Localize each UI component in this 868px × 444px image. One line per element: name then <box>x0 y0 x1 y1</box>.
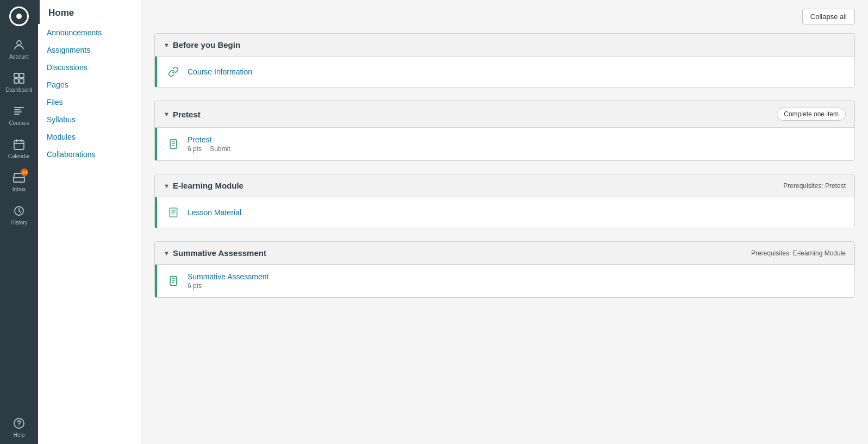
logo-circle <box>9 7 29 26</box>
module-title-area: ▼ Before you Begin <box>164 40 240 49</box>
module-header-pretest: ▼ Pretest Complete one item <box>155 101 854 128</box>
course-nav-home[interactable]: Home <box>38 0 141 24</box>
svg-point-0 <box>17 41 21 45</box>
history-label: History <box>10 220 27 226</box>
dashboard-label: Dashboard <box>6 87 33 93</box>
svg-rect-11 <box>170 208 177 217</box>
main-content: Collapse all ▼ Before you Begin Course I… <box>141 0 868 444</box>
item-sub-summative: 6 pts <box>188 282 846 290</box>
nav-item-account[interactable]: Account <box>0 33 38 66</box>
nav-link-announcements[interactable]: Announcements <box>38 24 141 41</box>
module-item-course-information: Course Information <box>155 57 854 87</box>
dashboard-icon <box>12 71 26 85</box>
item-points-summative: 6 pts <box>188 282 202 290</box>
item-action-pretest: Submit <box>210 145 230 153</box>
module-meta-elearning: Prerequisites: Pretest <box>783 182 846 190</box>
module-header-before-you-begin: ▼ Before you Begin <box>155 34 854 57</box>
help-label: Help <box>14 432 25 439</box>
calendar-label: Calendar <box>8 153 30 160</box>
item-info-pretest: Pretest 6 pts Submit <box>188 135 846 153</box>
module-title-area-elearning: ▼ E-learning Module <box>164 181 243 190</box>
global-nav: Account Dashboard Courses <box>0 0 38 444</box>
module-summative: ▼ Summative Assessment Prerequisites: E-… <box>154 241 855 298</box>
nav-link-discussions[interactable]: Discussions <box>38 59 141 76</box>
assignment-icon-summative <box>166 273 181 289</box>
module-title-area-pretest: ▼ Pretest <box>164 110 201 119</box>
link-icon <box>166 64 181 79</box>
courses-label: Courses <box>9 120 29 127</box>
inbox-badge: 10 <box>21 168 28 176</box>
svg-rect-3 <box>14 79 18 83</box>
module-meta-summative: Prerequisites: E-learning Module <box>751 249 846 257</box>
collapse-all-button[interactable]: Collapse all <box>802 9 855 24</box>
item-title-course-information[interactable]: Course Information <box>188 67 846 76</box>
module-header-summative: ▼ Summative Assessment Prerequisites: E-… <box>155 242 854 265</box>
module-title: Before you Begin <box>173 40 240 49</box>
item-info-lesson-material: Lesson Material <box>188 208 846 217</box>
svg-rect-6 <box>14 178 24 182</box>
chevron-down-icon: ▼ <box>164 42 170 48</box>
item-title-pretest[interactable]: Pretest <box>188 135 846 144</box>
page-icon-lesson <box>166 205 181 220</box>
main-header: Collapse all <box>154 9 855 24</box>
nav-item-calendar[interactable]: Calendar <box>0 132 38 165</box>
nav-item-inbox[interactable]: 10 Inbox <box>0 165 38 198</box>
module-elearning: ▼ E-learning Module Prerequisites: Prete… <box>154 174 855 228</box>
module-item-summative-assessment: Summative Assessment 6 pts <box>155 265 854 297</box>
item-title-lesson-material[interactable]: Lesson Material <box>188 208 846 217</box>
course-nav: Home Announcements Assignments Discussio… <box>38 0 141 444</box>
nav-link-syllabus[interactable]: Syllabus <box>38 111 141 128</box>
module-title-elearning: E-learning Module <box>173 181 243 190</box>
nav-link-files[interactable]: Files <box>38 93 141 111</box>
item-sub-pretest: 6 pts Submit <box>188 145 846 153</box>
calendar-icon <box>12 137 26 152</box>
svg-rect-5 <box>14 141 24 149</box>
history-icon <box>12 204 26 218</box>
svg-rect-12 <box>170 277 177 286</box>
nav-item-help[interactable]: Help <box>0 411 38 444</box>
svg-rect-1 <box>14 73 18 78</box>
help-icon <box>12 416 26 430</box>
nav-link-modules[interactable]: Modules <box>38 128 141 146</box>
nav-item-dashboard[interactable]: Dashboard <box>0 66 38 99</box>
chevron-down-icon-elearning: ▼ <box>164 183 170 189</box>
svg-rect-4 <box>20 79 24 83</box>
logo-inner <box>16 14 22 19</box>
module-item-pretest: Pretest 6 pts Submit <box>155 128 854 160</box>
chevron-down-icon-summative: ▼ <box>164 250 170 257</box>
module-before-you-begin: ▼ Before you Begin Course Information <box>154 33 855 87</box>
account-icon <box>12 38 26 52</box>
module-pretest: ▼ Pretest Complete one item Pretest 6 pt… <box>154 101 855 161</box>
inbox-icon: 10 <box>12 171 26 185</box>
module-title-pretest: Pretest <box>173 110 201 119</box>
account-label: Account <box>9 54 29 60</box>
nav-link-collaborations[interactable]: Collaborations <box>38 146 141 163</box>
complete-one-item-button[interactable]: Complete one item <box>777 108 846 121</box>
assignment-icon-pretest <box>166 136 181 152</box>
module-item-lesson-material: Lesson Material <box>155 197 854 228</box>
svg-rect-2 <box>20 73 24 78</box>
module-header-elearning: ▼ E-learning Module Prerequisites: Prete… <box>155 174 854 197</box>
item-title-summative-assessment[interactable]: Summative Assessment <box>188 272 846 281</box>
svg-rect-10 <box>170 140 177 149</box>
item-info-course-information: Course Information <box>188 67 846 76</box>
item-points-pretest: 6 pts <box>188 145 202 153</box>
canvas-logo <box>0 0 38 33</box>
module-title-area-summative: ▼ Summative Assessment <box>164 248 266 258</box>
module-title-summative: Summative Assessment <box>173 248 266 258</box>
courses-icon <box>12 104 26 118</box>
nav-item-history[interactable]: History <box>0 198 38 232</box>
inbox-label: Inbox <box>13 186 26 193</box>
nav-link-pages[interactable]: Pages <box>38 76 141 93</box>
chevron-down-icon-pretest: ▼ <box>164 111 170 117</box>
nav-link-assignments[interactable]: Assignments <box>38 41 141 59</box>
svg-point-9 <box>18 426 20 427</box>
item-info-summative-assessment: Summative Assessment 6 pts <box>188 272 846 290</box>
nav-item-courses[interactable]: Courses <box>0 99 38 132</box>
